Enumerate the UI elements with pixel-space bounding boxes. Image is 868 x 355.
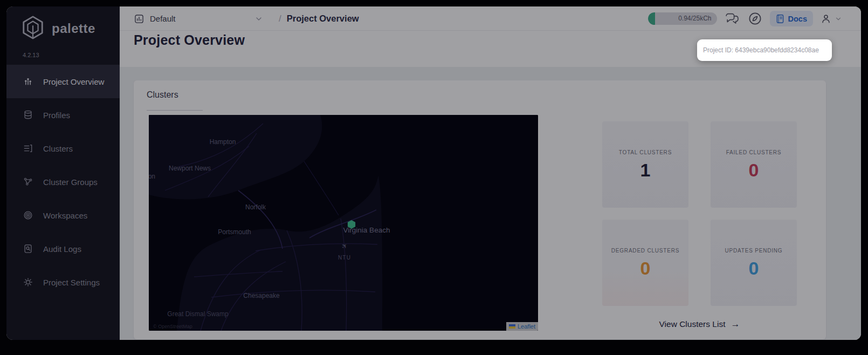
sidebar-item-label: Project Overview <box>43 77 104 86</box>
sidebar-item-profiles[interactable]: Profiles <box>6 98 120 132</box>
bar-chart-icon <box>134 13 144 24</box>
map-label-chesapeake: Chesapeake <box>243 292 279 299</box>
map-label-newport-news: Newport News <box>169 165 211 172</box>
usage-meter-fill <box>648 12 655 25</box>
topbar-right: 0.94/25kCh <box>648 6 842 31</box>
profiles-icon <box>23 110 33 120</box>
page-title: Project Overview <box>134 32 245 48</box>
docs-button-label: Docs <box>788 15 807 23</box>
content: Clusters <box>120 67 861 340</box>
map-label-portsmouth: Portsmouth <box>218 228 251 236</box>
sidebar-item-label: Audit Logs <box>43 244 81 254</box>
sidebar-item-project-settings[interactable]: Project Settings <box>6 265 120 299</box>
logo[interactable]: palette <box>20 15 95 42</box>
stat-label: TOTAL CLUSTERS <box>602 149 688 155</box>
stat-value: 0 <box>711 258 797 279</box>
map-label-hampton: Hampton <box>210 138 236 146</box>
chat-bubbles-icon <box>725 12 740 25</box>
stat-value: 0 <box>602 258 688 279</box>
version-label: 4.2.13 <box>23 52 39 58</box>
project-id-tooltip: Project ID: 6439ebca90befdd8234c08ae <box>697 39 832 61</box>
sidebar-item-label: Project Settings <box>43 278 100 287</box>
settings-gear-icon <box>23 277 33 288</box>
breadcrumb: / Project Overview <box>279 6 359 31</box>
sidebar-item-cluster-groups[interactable]: Cluster Groups <box>6 165 120 199</box>
palette-logo-icon <box>20 15 45 42</box>
logo-text: palette <box>52 21 95 36</box>
leaflet-link[interactable]: Leaflet <box>518 323 535 330</box>
clusters-map[interactable]: Hampton Newport News llton Norfolk Ports… <box>149 115 538 331</box>
stat-card-total-clusters: TOTAL CLUSTERS 1 <box>602 121 688 208</box>
tab-clusters[interactable]: Clusters <box>147 90 178 100</box>
workspaces-icon <box>23 210 33 221</box>
sidebar: palette 4.2.13 Project Overview <box>6 6 120 340</box>
clusters-panel: Clusters <box>134 80 826 339</box>
sidebar-item-audit-logs[interactable]: Audit Logs <box>6 232 120 265</box>
topbar: Default / Project Overview 0.94/25kCh <box>120 6 861 31</box>
user-menu[interactable] <box>821 13 842 24</box>
view-clusters-list-link[interactable]: View Clusters List→ <box>602 319 797 330</box>
project-overview-icon <box>23 76 33 87</box>
map-basemap <box>149 115 538 331</box>
chevron-down-icon <box>835 15 842 23</box>
breadcrumb-current: Project Overview <box>287 13 359 24</box>
sidebar-item-label: Profiles <box>43 111 70 120</box>
project-selector[interactable]: Default <box>134 11 263 26</box>
stat-card-failed-clusters: FAILED CLUSTERS 0 <box>711 121 797 208</box>
map-label-great-dismal-swamp: Great Dismal Swamp <box>167 310 228 318</box>
stat-card-updates-pending: UPDATES PENDING 0 <box>711 220 797 306</box>
stat-value: 1 <box>602 160 688 181</box>
leaflet-badge: Leaflet <box>506 322 538 331</box>
chat-button[interactable] <box>725 12 740 25</box>
cluster-groups-icon <box>23 176 33 187</box>
breadcrumb-separator: / <box>279 13 281 24</box>
ukraine-flag-icon <box>509 324 515 329</box>
stat-label: DEGRADED CLUSTERS <box>602 248 688 254</box>
stat-label: FAILED CLUSTERS <box>711 149 797 155</box>
usage-meter-text: 0.94/25kCh <box>678 12 711 25</box>
tab-underline <box>147 110 203 111</box>
help-button[interactable] <box>748 11 762 26</box>
book-icon <box>776 14 784 24</box>
sidebar-item-label: Workspaces <box>43 211 87 220</box>
sidebar-item-clusters[interactable]: Clusters <box>6 132 120 165</box>
docs-button[interactable]: Docs <box>770 11 813 26</box>
project-selector-label: Default <box>150 14 176 23</box>
sidebar-item-label: Clusters <box>43 144 73 153</box>
help-compass-icon <box>748 11 762 26</box>
user-icon <box>821 13 831 24</box>
sidebar-item-label: Cluster Groups <box>43 178 98 187</box>
stat-value: 0 <box>711 160 797 181</box>
stat-card-degraded-clusters: DEGRADED CLUSTERS 0 <box>602 220 688 306</box>
sidebar-item-workspaces[interactable]: Workspaces <box>6 199 120 232</box>
map-attribution: © OpenStreetMap <box>153 324 192 329</box>
clusters-icon <box>23 143 33 154</box>
view-clusters-list-label: View Clusters List <box>659 319 726 329</box>
audit-logs-icon <box>23 243 33 254</box>
arrow-right-icon: → <box>731 319 740 329</box>
airport-code-label: NTU <box>338 255 351 261</box>
stat-label: UPDATES PENDING <box>711 248 797 254</box>
chevron-down-icon <box>254 15 263 23</box>
cluster-stats: TOTAL CLUSTERS 1 FAILED CLUSTERS 0 DEGRA… <box>602 121 797 306</box>
sidebar-item-project-overview[interactable]: Project Overview <box>6 65 120 98</box>
map-label-norfolk: Norfolk <box>245 203 266 211</box>
sidebar-nav: Project Overview Profiles <box>6 65 120 299</box>
usage-meter[interactable]: 0.94/25kCh <box>648 12 717 25</box>
page: palette 4.2.13 Project Overview <box>0 0 868 355</box>
map-label-llton: llton <box>149 173 155 180</box>
